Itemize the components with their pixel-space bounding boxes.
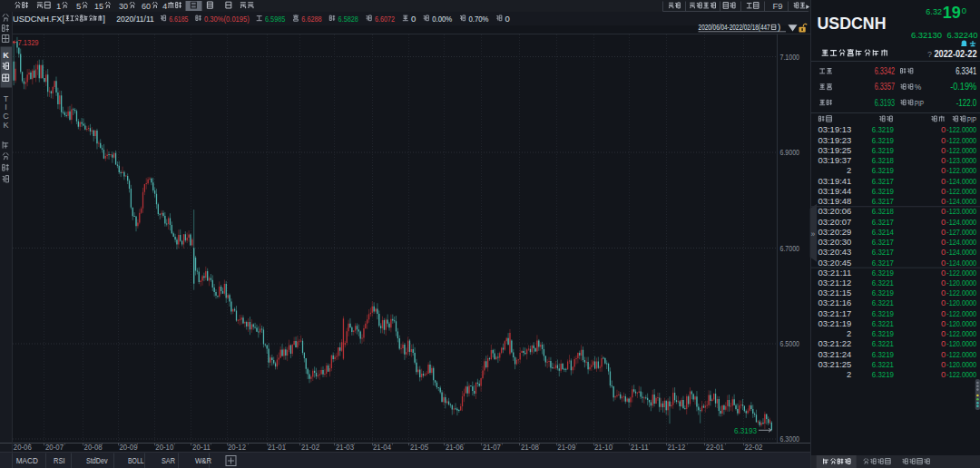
svg-text:03:21:15: 03:21:15 bbox=[818, 288, 851, 297]
svg-text:I: I bbox=[5, 102, 7, 112]
svg-text:6.3193: 6.3193 bbox=[875, 98, 896, 108]
svg-text:22-01: 22-01 bbox=[706, 443, 724, 452]
svg-text:6.3221: 6.3221 bbox=[872, 359, 894, 369]
svg-text:6.3214: 6.3214 bbox=[872, 227, 894, 237]
svg-text:0: 0 bbox=[941, 227, 946, 237]
svg-text:-124.0000: -124.0000 bbox=[946, 237, 976, 247]
svg-text:7.1000: 7.1000 bbox=[780, 53, 800, 62]
svg-text:-122.0000: -122.0000 bbox=[946, 186, 976, 196]
svg-text:6.3219: 6.3219 bbox=[872, 135, 894, 145]
svg-text:0: 0 bbox=[941, 176, 946, 186]
svg-text:6.5000: 6.5000 bbox=[780, 339, 800, 348]
svg-text:6.3221: 6.3221 bbox=[872, 318, 894, 328]
svg-text:K: K bbox=[3, 51, 9, 60]
svg-text:03:19:23: 03:19:23 bbox=[818, 135, 851, 145]
svg-text:-120.0000: -120.0000 bbox=[946, 278, 976, 288]
svg-text:0: 0 bbox=[411, 14, 416, 24]
svg-text:21-12: 21-12 bbox=[667, 443, 685, 452]
svg-text:6.3217: 6.3217 bbox=[872, 217, 894, 227]
svg-text:6.32: 6.32 bbox=[926, 6, 942, 16]
svg-text:0: 0 bbox=[941, 369, 946, 379]
svg-text:-122.0000: -122.0000 bbox=[946, 145, 976, 155]
svg-text:0: 0 bbox=[941, 206, 946, 216]
svg-text:03:19:41: 03:19:41 bbox=[818, 176, 851, 186]
svg-text:0: 0 bbox=[941, 155, 946, 165]
svg-text:1: 1 bbox=[56, 1, 61, 11]
svg-text:0: 0 bbox=[941, 186, 946, 196]
svg-text:0.00%: 0.00% bbox=[432, 14, 452, 24]
svg-text:03:21:12: 03:21:12 bbox=[818, 278, 851, 288]
svg-text:0: 0 bbox=[941, 288, 946, 297]
svg-text:PIP: PIP bbox=[967, 115, 977, 124]
svg-text:6.3219: 6.3219 bbox=[872, 288, 894, 297]
svg-text:6.3218: 6.3218 bbox=[872, 206, 894, 216]
svg-text:6.3219: 6.3219 bbox=[872, 124, 894, 134]
svg-text:USDCNH.FX[: USDCNH.FX[ bbox=[13, 14, 64, 24]
svg-text:2020/06/04-2022/02/18(447: 2020/06/04-2022/02/18(447 bbox=[699, 22, 770, 32]
svg-text:20-10: 20-10 bbox=[155, 443, 173, 452]
svg-text:0: 0 bbox=[941, 196, 946, 206]
svg-text:03:19:25: 03:19:25 bbox=[818, 145, 851, 155]
svg-text:-124.0000: -124.0000 bbox=[946, 176, 976, 186]
svg-text:15: 15 bbox=[94, 1, 103, 11]
svg-text:MACD: MACD bbox=[16, 456, 38, 465]
svg-text:21-03: 21-03 bbox=[336, 443, 354, 452]
svg-text:-122.0000: -122.0000 bbox=[946, 124, 976, 134]
svg-text:-122.0000: -122.0000 bbox=[946, 349, 976, 359]
svg-text:21-06: 21-06 bbox=[446, 443, 464, 452]
svg-text:21-11: 21-11 bbox=[631, 443, 649, 452]
svg-text:0.70%: 0.70% bbox=[469, 14, 489, 24]
svg-text:5: 5 bbox=[76, 1, 81, 11]
svg-text:6.3218: 6.3218 bbox=[872, 155, 894, 165]
svg-text:0: 0 bbox=[941, 349, 946, 359]
svg-text:0: 0 bbox=[941, 278, 946, 288]
svg-text:-123.0000: -123.0000 bbox=[946, 155, 976, 165]
svg-text:StdDev: StdDev bbox=[86, 456, 108, 465]
svg-text:T: T bbox=[4, 94, 9, 103]
svg-text:6.5828: 6.5828 bbox=[338, 14, 358, 24]
svg-text:-122.0000: -122.0000 bbox=[946, 328, 976, 338]
svg-text:6.3219: 6.3219 bbox=[872, 145, 894, 155]
svg-text:03:21:25: 03:21:25 bbox=[818, 359, 851, 369]
svg-text:RSI: RSI bbox=[54, 456, 65, 465]
svg-text:C: C bbox=[3, 112, 9, 121]
svg-text:03:21:22: 03:21:22 bbox=[818, 338, 851, 348]
svg-text:-122.0000: -122.0000 bbox=[946, 165, 976, 175]
svg-text:-124.0000: -124.0000 bbox=[946, 247, 976, 257]
svg-text:03:20:43: 03:20:43 bbox=[818, 247, 851, 257]
svg-text:6.9000: 6.9000 bbox=[780, 148, 800, 157]
svg-text:6.32240: 6.32240 bbox=[946, 30, 977, 40]
svg-text:0: 0 bbox=[941, 135, 946, 145]
svg-text:-123.0000: -123.0000 bbox=[946, 206, 976, 216]
svg-text:4: 4 bbox=[162, 1, 167, 11]
svg-text:20-07: 20-07 bbox=[45, 443, 64, 452]
svg-text:6.3217: 6.3217 bbox=[872, 196, 894, 206]
svg-text:PIP: PIP bbox=[915, 99, 925, 108]
svg-text:0: 0 bbox=[941, 258, 946, 268]
svg-text:»: » bbox=[810, 229, 815, 239]
svg-text:6.32130: 6.32130 bbox=[911, 30, 942, 40]
svg-text:6.3219: 6.3219 bbox=[872, 369, 894, 379]
svg-text:0: 0 bbox=[941, 308, 946, 318]
svg-text:-122.0000: -122.0000 bbox=[946, 369, 976, 379]
svg-text:0: 0 bbox=[941, 359, 946, 369]
svg-text:-122.0000: -122.0000 bbox=[946, 268, 976, 278]
svg-text:21-02: 21-02 bbox=[301, 443, 319, 452]
svg-text:60: 60 bbox=[142, 1, 151, 11]
svg-text:03:21:11: 03:21:11 bbox=[818, 268, 851, 278]
svg-text:-120.0000: -120.0000 bbox=[946, 338, 976, 348]
svg-text:03:20:30: 03:20:30 bbox=[818, 237, 851, 247]
svg-text:6.5985: 6.5985 bbox=[265, 14, 285, 24]
svg-text:22-02: 22-02 bbox=[744, 443, 762, 452]
svg-text:0: 0 bbox=[941, 217, 946, 227]
svg-text:0: 0 bbox=[941, 247, 946, 257]
svg-text:2020/11/11: 2020/11/11 bbox=[116, 14, 154, 24]
svg-text:03:19:37: 03:19:37 bbox=[818, 155, 851, 165]
svg-text:SAR: SAR bbox=[162, 456, 175, 465]
svg-text:21-07: 21-07 bbox=[483, 443, 501, 452]
svg-text:6.3219: 6.3219 bbox=[872, 268, 894, 278]
svg-text:20-06: 20-06 bbox=[14, 443, 32, 452]
svg-text:6.3219: 6.3219 bbox=[872, 165, 894, 175]
svg-text:6.3217: 6.3217 bbox=[872, 176, 894, 186]
svg-text:-120.0000: -120.0000 bbox=[946, 318, 976, 328]
